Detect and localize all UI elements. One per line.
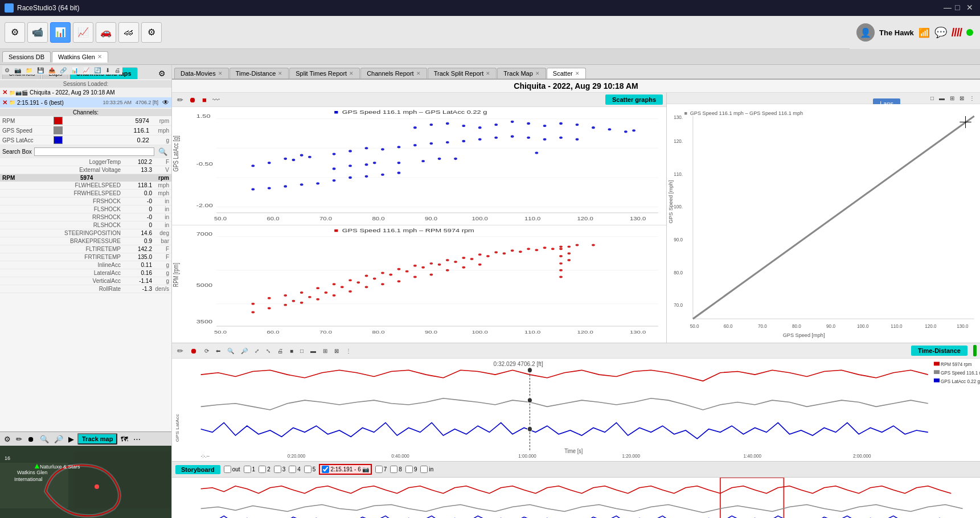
settings-icon[interactable]: ⚙ — [155, 68, 169, 79]
td-tb-13[interactable]: ⋮ — [344, 347, 353, 355]
tool-analysis[interactable]: 📊 — [50, 22, 71, 43]
trackmap-tb-more[interactable]: ⋯ — [132, 434, 142, 444]
lap-3-checkbox[interactable] — [274, 466, 281, 473]
tab-track-split-close[interactable]: ✕ — [486, 71, 490, 76]
session-tb-7[interactable]: 📊 — [69, 67, 80, 74]
tool-settings[interactable]: ⚙ — [5, 22, 25, 43]
tab-track-split[interactable]: Track Split Report ✕ — [428, 68, 497, 79]
svg-text:120.0: 120.0 — [577, 216, 593, 221]
rs-tb-2[interactable]: ▬ — [937, 94, 946, 102]
tool-config[interactable]: ⚙ — [141, 22, 162, 43]
lap-in-checkbox[interactable] — [420, 466, 428, 473]
td-record-btn[interactable]: ⏺ — [188, 346, 199, 356]
lap-1-checkbox[interactable] — [244, 466, 251, 473]
rs-tb-3[interactable]: ⊞ — [948, 94, 956, 102]
rs-tb-4[interactable]: ⊠ — [958, 94, 966, 102]
session-tb-3[interactable]: 📁 — [24, 67, 34, 74]
lap-5-checkbox[interactable] — [304, 466, 311, 473]
tab-close-icon[interactable]: ✕ — [97, 54, 102, 60]
storyboard-button[interactable]: Storyboard — [175, 465, 220, 474]
session-remove-2[interactable]: ✕ — [2, 99, 7, 106]
trackmap-tb-zoomout[interactable]: 🔎 — [52, 434, 65, 444]
session-tb-10[interactable]: ⬇ — [104, 67, 112, 74]
session-eye-icon[interactable]: 👁 — [162, 98, 169, 106]
td-tb-9[interactable]: □ — [298, 347, 305, 355]
lap-out-checkbox[interactable] — [224, 466, 231, 473]
trackmap-tb-play[interactable]: ▶ — [67, 434, 76, 444]
tab-watkins-glen[interactable]: Watkins Glen ✕ — [52, 51, 108, 63]
minimize-btn[interactable]: — — [944, 3, 953, 13]
td-tb-10[interactable]: ▬ — [309, 347, 318, 355]
tab-data-movies[interactable]: Data-Movies ✕ — [174, 68, 229, 79]
session-remove-1[interactable]: ✕ — [2, 89, 7, 96]
session-tb-2[interactable]: 📷 — [13, 67, 23, 74]
close-btn[interactable]: ✕ — [966, 3, 975, 13]
td-tb-6[interactable]: ⤡ — [264, 347, 272, 355]
td-pencil-btn[interactable]: ✏ — [175, 346, 185, 356]
scatter-wave-btn[interactable]: 〰 — [211, 95, 222, 105]
td-tb-11[interactable]: ⊞ — [321, 347, 329, 355]
window-controls[interactable]: — □ ✕ — [944, 3, 975, 13]
trackmap-tb-record[interactable]: ⏺ — [26, 434, 36, 444]
search-input[interactable] — [34, 147, 154, 156]
tab-time-distance[interactable]: Time-Distance ✕ — [229, 68, 289, 79]
lap-6-camera-icon: 📷 — [362, 466, 369, 472]
session-tb-11[interactable]: 🖨 — [113, 67, 122, 74]
tab-split-times[interactable]: Split Times Report ✕ — [289, 68, 360, 79]
chat-icon[interactable]: 💬 — [934, 26, 947, 39]
session-tb-5[interactable]: 📤 — [47, 67, 57, 74]
maximize-btn[interactable]: □ — [955, 3, 964, 13]
td-tb-8[interactable]: ■ — [288, 347, 295, 355]
tool-chart[interactable]: 📈 — [73, 22, 93, 43]
lap-7-checkbox[interactable] — [375, 466, 383, 473]
session-tb-4[interactable]: 💾 — [35, 67, 46, 74]
trackmap-label-btn[interactable]: Track map — [77, 433, 117, 445]
trackmap-tb-pencil[interactable]: ✏ — [14, 434, 24, 444]
td-tb-4[interactable]: 🔎 — [239, 347, 249, 355]
scatter-color1-btn[interactable]: ■ — [200, 95, 208, 105]
trackmap-tb-layers[interactable]: 🗺 — [119, 434, 130, 444]
lap-8-checkbox[interactable] — [390, 466, 397, 473]
td-tb-5[interactable]: ⤢ — [253, 347, 261, 355]
lap-9-checkbox[interactable] — [405, 466, 413, 473]
session-tb-6[interactable]: 🔗 — [58, 67, 68, 74]
rs-tb-5[interactable]: ⋮ — [967, 94, 977, 102]
tab-split-times-close[interactable]: ✕ — [349, 71, 354, 76]
svg-point-71 — [348, 165, 352, 167]
td-tb-12[interactable]: ⊠ — [333, 347, 341, 355]
scatter-pencil-btn[interactable]: ✏ — [175, 95, 185, 105]
lap-4-checkbox[interactable] — [289, 466, 296, 473]
tool-car[interactable]: 🚗 — [96, 22, 116, 43]
tab-track-map-close[interactable]: ✕ — [535, 71, 540, 76]
scatter-graphs-btn[interactable]: Scatter graphs — [605, 94, 663, 105]
lap-3-label: 3 — [282, 466, 286, 472]
tab-track-map[interactable]: Track Map ✕ — [497, 68, 546, 79]
lap-2-checkbox[interactable] — [259, 466, 266, 473]
search-button[interactable]: 🔍 — [157, 147, 169, 157]
tab-sessions-db[interactable]: Sessions DB — [2, 51, 51, 62]
tab-channels-report-close[interactable]: ✕ — [416, 71, 421, 76]
trackmap-tb-settings[interactable]: ⚙ — [2, 434, 13, 444]
session-tb-8[interactable]: 📈 — [81, 67, 91, 74]
trackmap-tb-zoom[interactable]: 🔍 — [38, 434, 51, 444]
tab-time-distance-close[interactable]: ✕ — [278, 71, 282, 76]
tab-data-movies-close[interactable]: ✕ — [218, 71, 223, 76]
session-tb-1[interactable]: ⚙ — [3, 67, 11, 74]
td-tb-7[interactable]: 🖨 — [276, 347, 285, 355]
lap-6-checkbox[interactable] — [322, 466, 329, 473]
tool-record[interactable]: 📹 — [27, 22, 48, 43]
rs-tb-1[interactable]: □ — [929, 94, 936, 102]
td-tb-3[interactable]: 🔍 — [225, 347, 236, 355]
channel-rpm-value: 5974 — [65, 117, 149, 124]
tab-channels-report[interactable]: Channels Report ✕ — [360, 68, 427, 79]
td-tb-1[interactable]: ⟳ — [203, 347, 211, 355]
tab-scatter[interactable]: Scatter ✕ — [547, 68, 586, 79]
session-tb-9[interactable]: 🔄 — [92, 67, 102, 74]
tab-scatter-close[interactable]: ✕ — [575, 71, 580, 76]
tool-race[interactable]: 🏎 — [118, 22, 139, 43]
ch-frtiretemp-name: FRTIRETEMP — [2, 254, 121, 260]
td-tb-2[interactable]: ⬅ — [214, 347, 222, 355]
time-dist-btn[interactable]: Time-Distance — [911, 346, 967, 356]
session-row-2: ✕ 📁 2:15.191 - 6 (best) 10:33:25 AM 4706… — [0, 97, 171, 108]
scatter-record-btn[interactable]: ⏺ — [187, 95, 198, 105]
